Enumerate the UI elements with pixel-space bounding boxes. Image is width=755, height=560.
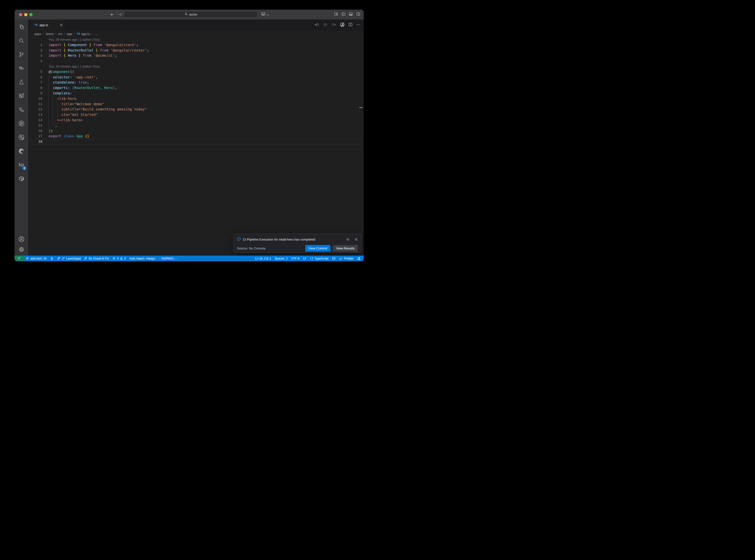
zoom-window-button[interactable] [29,13,33,16]
line-number: 10 [28,96,42,102]
notification-source: Source: Nx Console [237,246,305,250]
source-control-icon[interactable] [16,49,27,60]
close-tab-icon[interactable] [60,24,63,26]
view-results-button[interactable]: View Results [333,245,358,252]
braces-icon [310,257,313,260]
indent-guide [48,91,49,96]
code-line-18[interactable]: 18 [28,139,364,144]
rocket-icon [57,257,60,260]
edge-browser-icon[interactable] [16,145,27,157]
language-mode-status-item[interactable]: TypeScript [308,256,331,261]
copilot-menu-button[interactable] [261,12,269,17]
code-line-13[interactable]: 13 cta="Get Started" [28,112,364,118]
line-number: 15 [28,123,42,128]
explorer-icon[interactable] [16,21,27,33]
indent-guide [48,85,49,91]
code-line-5[interactable]: 5@Component({ [28,69,364,75]
code-line-7[interactable]: 7 standalone: true, [28,80,364,85]
command-center-search[interactable]: acme [124,11,258,18]
commit-graph-circle-icon[interactable] [340,22,345,28]
testing-icon[interactable] [16,76,27,88]
project-boxes-icon[interactable] [16,104,27,115]
breadcrumb-item-apps[interactable]: apps [34,32,41,36]
breadcrumb-item-demo[interactable]: demo [46,32,54,36]
breadcrumb-item-app[interactable]: app [67,32,72,36]
typescript-file-icon: TS [77,33,80,35]
minimize-window-button[interactable] [24,13,27,16]
gitlens-inspect-icon[interactable] [16,132,27,143]
breadcrumb-item-app.ts[interactable]: TSapp.ts [77,32,90,36]
prettier-status-item[interactable]: Prettier [337,256,355,261]
containers-icon[interactable] [16,173,27,184]
search-value: acme [190,13,197,16]
notification-gear-icon[interactable] [346,238,350,241]
info-icon [237,237,241,242]
cursor-position-status-item[interactable]: Ln 18, Col 1 [254,256,273,261]
code-line-2[interactable]: 2import { RouterOutlet } from '@angular/… [28,48,364,53]
notifications-bell-status-item[interactable] [355,256,362,261]
line-number: 8 [28,85,42,91]
navigate-forward-circle-icon[interactable] [331,23,336,27]
line-number: 2 [28,48,42,53]
code-line-3[interactable]: 3import { Hero } from '@acme/ui'; [28,53,364,58]
traffic-lights [15,13,37,16]
navigate-back-circle-icon[interactable] [315,23,319,27]
account-icon[interactable] [18,236,25,243]
close-window-button[interactable] [19,13,22,16]
chevron-down-icon [266,12,269,17]
typescript-file-icon: TS [34,24,38,26]
encoding-status-item[interactable]: UTF-8 [290,256,301,261]
code-line-9[interactable]: 9 template: ` [28,91,364,96]
vim-mode-status-item[interactable]: -- NORMAL -- [157,256,179,261]
launchpad-status-item[interactable]: Launchpad [55,256,82,261]
breadcrumb-item-src[interactable]: src [58,32,62,36]
auto-attach-status-item[interactable]: Auto Attach: Always [128,256,157,261]
indentation-status-item[interactable]: Spaces: 2 [273,256,289,261]
problems-status-item[interactable]: 00 [111,256,127,261]
code-line-15[interactable]: 15 `, [28,123,364,128]
gitlens-icon[interactable] [16,118,27,129]
line-number: 11 [28,102,42,107]
extensions-icon[interactable] [16,90,27,102]
code-line-10[interactable]: 10 <lib-hero [28,96,364,102]
line-number: 18 [28,139,42,144]
breadcrumb-separator: › [92,32,93,36]
tab-app-ts[interactable]: TS app.ts [31,19,65,31]
code-line-1[interactable]: 1import { Component } from '@angular/cor… [28,42,364,48]
code-editor[interactable]: You, 26 minutes ago | 1 author (You)1imp… [28,37,364,256]
eol-sequence-status-item[interactable]: LF [301,256,308,261]
run-and-debug-icon[interactable] [16,63,27,74]
navigate-current-circle-icon[interactable] [323,23,328,27]
git-branch-status-item[interactable]: add-hero [24,256,48,261]
navigate-back-button[interactable] [110,13,114,16]
code-line-16[interactable]: 16}) [28,128,364,134]
line-number: 17 [28,134,42,139]
copilot-status-item[interactable] [330,256,337,261]
customize-layout-icon[interactable] [334,12,338,17]
code-line-17[interactable]: 17export class App {} [28,134,364,139]
toggle-secondary-sidebar-icon[interactable] [356,12,360,17]
commit-graph-status-item[interactable] [48,256,55,261]
code-line-12[interactable]: 12 subtitle="Build something amazing tod… [28,107,364,112]
code-line-4[interactable]: 4 [28,58,364,64]
navigate-forward-button[interactable] [118,13,122,16]
toggle-panel-icon[interactable] [349,12,353,17]
view-commit-button[interactable]: View Commit [305,245,331,252]
nx-cloud-ai-fix-status-item[interactable]: Nx Cloud AI Fix [82,256,111,261]
breadcrumbs: apps›demo›src›app›TSapp.ts›… [28,31,364,37]
search-icon[interactable] [16,35,27,46]
code-line-11[interactable]: 11 title="Welcmoe demo" [28,102,364,107]
split-editor-icon[interactable] [349,22,353,27]
breadcrumb-item-[interactable]: … [95,32,98,36]
nx-console-icon[interactable]: 2 [16,159,27,171]
more-actions-icon[interactable] [356,23,360,27]
code-line-6[interactable]: 6 selector: 'app-root', [28,75,364,80]
code-line-14[interactable]: 14 ></lib-hero> [28,118,364,123]
remote-indicator-status-item[interactable] [15,256,24,261]
notification-toast: CI Pipeline Execution for #add-hero has … [233,234,361,253]
line-number: 1 [28,42,42,48]
toggle-primary-sidebar-icon[interactable] [341,12,345,17]
settings-gear-icon[interactable] [18,246,25,254]
notification-close-icon[interactable] [355,238,358,241]
code-line-8[interactable]: 8 imports: [RouterOutlet, Hero], [28,85,364,91]
